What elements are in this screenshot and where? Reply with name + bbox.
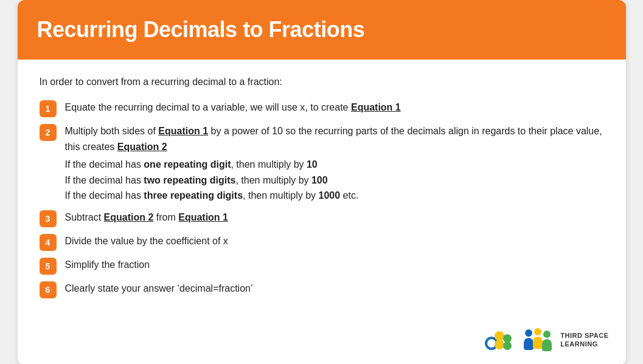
step-item-2: 2 Multiply both sides of Equation 1 by a… [40,123,604,204]
sub-line-2: If the decimal has two repeating digits,… [65,173,604,188]
step-item-6: 6 Clearly state your answer ‘decimal=fra… [40,281,604,298]
sub-line-1: If the decimal has one repeating digit, … [65,157,604,173]
svg-point-2 [495,331,504,341]
step-number-5: 5 [40,258,57,275]
card-header: Recurring Decimals to Fractions [18,0,626,60]
step-item-1: 1 Equate the recurring decimal to a vari… [40,100,604,117]
svg-point-8 [543,331,551,338]
svg-point-6 [525,329,532,337]
logo-line2: LEARNING [560,340,597,348]
step-number-1: 1 [40,100,57,117]
svg-point-1 [487,339,496,348]
svg-point-3 [495,340,504,349]
logo-line1: THIRD SPACE [560,332,608,339]
card-footer: THIRD SPACE LEARNING [18,321,626,364]
step-item-5: 5 Simplify the fraction [40,257,604,275]
svg-point-7 [534,328,541,335]
card: Recurring Decimals to Fractions In order… [18,0,626,364]
svg-point-5 [503,342,512,350]
logo-text: THIRD SPACE LEARNING [560,331,608,349]
svg-point-4 [503,334,512,343]
step-content-4: Divide the value by the coefficient of x [65,233,228,249]
steps-list: 1 Equate the recurring decimal to a vari… [40,100,604,298]
step-number-4: 4 [40,234,57,251]
step-number-2: 2 [40,124,57,141]
step-item-3: 3 Subtract Equation 2 from Equation 1 [40,210,604,227]
sub-lines: If the decimal has one repeating digit, … [65,157,604,204]
step-number-6: 6 [40,281,57,298]
card-body: In order to convert from a recurring dec… [18,60,626,321]
tsl-logo-svg [521,327,554,352]
page-title: Recurring Decimals to Fractions [37,17,607,43]
step-content-6: Clearly state your answer ‘decimal=fract… [65,281,253,297]
step-content-3: Subtract Equation 2 from Equation 1 [65,210,228,225]
logo-container: THIRD SPACE LEARNING [484,326,608,353]
sub-line-3: If the decimal has three repeating digit… [65,188,604,204]
step-content-2: Multiply both sides of Equation 1 by a p… [65,123,604,204]
step-item-4: 4 Divide the value by the coefficient of… [40,233,604,251]
tsl-logo-icon [484,326,515,353]
step-content-5: Simplify the fraction [65,257,150,273]
intro-text: In order to convert from a recurring dec… [40,77,604,88]
step-content-1: Equate the recurring decimal to a variab… [65,100,401,115]
step-number-3: 3 [40,210,57,227]
